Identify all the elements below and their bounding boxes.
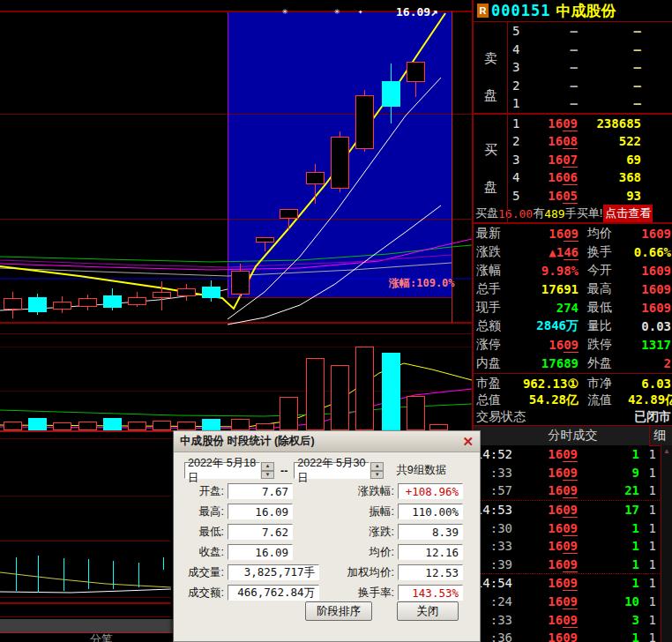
sell-row[interactable]: 2—— [474,77,672,95]
buy-label: 买 [484,142,497,159]
price-marker: 16.09↗ [396,4,438,19]
date-to-stepper[interactable]: ▲▼ [370,462,384,479]
stats-row: 最高:16.09振幅:110.00% [174,504,480,519]
quote-row: 总值54.28亿流值42.89亿 [474,392,672,408]
tab-tick-detail[interactable]: 分笔 [90,631,113,642]
range-gain-label: 涨幅:109.0% [389,276,455,291]
view-orders-link[interactable]: 点击查看 [603,205,653,222]
amount-value: 466,762.84万 [228,585,319,601]
spinner-down-icon[interactable]: ▼ [261,471,274,480]
spinner-up-icon[interactable]: ▲ [370,462,384,471]
close-button[interactable]: 关闭 [397,601,459,621]
weighted-avg-value: 12.53 [398,564,463,580]
quote-row: 内盘17689外盘2 [474,354,672,372]
stats-row: 成交额:466,762.84万换手率:143.53% [174,585,480,601]
tape-row[interactable]: :30160911 [474,519,672,537]
quote-row: 涨跌▲146换手0.66% [474,243,672,261]
star-marker-icon: ✳ [282,5,288,17]
sell-row[interactable]: 3—— [474,58,672,77]
tape-row[interactable]: 14:54160911 [474,573,672,593]
period-sort-button[interactable]: 阶段排序 [305,601,372,621]
spinner-up-icon[interactable]: ▲ [261,462,274,471]
tape-row[interactable]: 14:52160911 [474,445,672,464]
high-value: 16.09 [228,504,293,519]
buy-label: 盘 [484,179,497,196]
buy-row[interactable]: 21608522 [474,132,672,151]
quote-row: 现手274最低1609 [474,298,672,317]
divider [474,373,672,374]
quote-row: 最新1609均价1609 [474,224,672,243]
quote-row: 总手17691最高1609 [474,280,672,298]
change-pct-value: +108.96% [398,483,463,499]
dialog-buttons: 阶段排序 关闭 [305,601,459,621]
quote-row: 市盈962.13①市净6.03 [474,375,672,392]
tape-row[interactable]: :33160991 [474,464,672,482]
quote-row: 涨停1609跌停1317 [474,335,672,354]
sell-row[interactable]: 5—— [474,22,672,41]
change-value: 8.39 [398,524,463,540]
buy-row[interactable]: 41606368 [474,168,672,187]
stock-code: 000151 [491,2,550,19]
stock-name: 中成股份 [556,1,616,21]
star-marker-icon: ✳ [334,5,340,17]
turnover-value: 143.53% [398,585,463,601]
stats-row: 收盘:16.09均价:12.16 [174,544,480,560]
quote-row: 总额2846万量比0.03 [474,317,672,335]
close-value: 16.09 [228,544,293,560]
diamond-marker-icon: ✦ [358,7,362,16]
stock-header: R 000151 中成股份 [474,0,672,22]
sell-label: 卖 [484,50,497,67]
period-stats-dialog: 中成股份 时段统计 (除权后) ✕ 2022年 5月18日 ▲▼ -- 2022… [173,430,481,642]
date-from-field[interactable]: 2022年 5月18日 [184,462,260,479]
tape-row[interactable]: 14:531609171 [474,500,672,519]
stats-row: 开盘:7.67涨跌幅:+108.96% [174,483,480,499]
close-icon[interactable]: ✕ [462,434,474,450]
trade-status-row: 交易状态已闭市 [474,408,672,425]
buy-row[interactable]: 3160769 [474,151,672,169]
date-from-stepper[interactable]: ▲▼ [261,462,274,479]
stats-row: 最低:7.62涨跌:8.39 [174,524,480,540]
buy-row[interactable]: 11609238685 [474,115,672,133]
tape-row[interactable]: :33160931 [474,610,672,629]
open-value: 7.67 [228,483,293,499]
low-value: 7.62 [228,524,293,540]
order-book: 卖 盘 买 盘 5—— 4—— 3—— 2—— 1—— 11609238685 … [474,22,672,224]
sell-label: 盘 [484,87,497,104]
amplitude-value: 110.00% [398,504,463,519]
tape-list: 14:52160911 :33160991 :571609211 14:5316… [474,445,672,642]
tape-row[interactable]: :39160911 [474,556,672,574]
sell-row[interactable]: 4—— [474,41,672,59]
tape-row[interactable]: :33160911 [474,537,672,556]
date-range-row: 2022年 5月18日 ▲▼ -- 2022年 5月30日 ▲▼ 共9组数据 [184,462,446,479]
spinner-down-icon[interactable]: ▼ [370,471,384,480]
tape-title: 分时成交 [549,428,598,444]
price-marker-value: 16.09 [396,5,430,19]
quote-row: 涨幅9.98%今开1609 [474,261,672,280]
quote-grid: 最新1609均价1609 涨跌▲146换手0.66% 涨幅9.98%今开1609… [474,224,672,425]
tape-row[interactable]: :241609101 [474,593,672,611]
group-count-label: 共9组数据 [396,463,446,478]
tab-detail[interactable]: 细 [649,426,669,446]
tape-row[interactable]: :571609211 [474,482,672,500]
dialog-titlebar[interactable]: 中成股份 时段统计 (除权后) ✕ [174,431,480,452]
tape-row[interactable]: :36160911 [474,629,672,642]
date-separator: -- [280,465,287,477]
tape-header: 分时成交 细 [474,425,672,445]
up-right-arrow-icon: ↗ [430,4,437,19]
date-to-field[interactable]: 2022年 5月30日 [294,462,370,479]
sell-row[interactable]: 1—— [474,94,672,113]
buy-row[interactable]: 5160593 [474,187,672,205]
avg-price-value: 12.16 [398,544,463,560]
divider [474,222,672,224]
buy-alert-banner: 买盘16.00有489手买单!点击查看 [474,205,672,222]
r-badge-icon: R [477,4,489,18]
volume-value: 3,825,717手 [228,564,319,580]
dialog-title: 中成股份 时段统计 (除权后) [174,434,315,449]
quote-panel: R 000151 中成股份 卖 盘 买 盘 5—— 4—— 3—— 2—— 1—… [472,0,672,642]
scrollbar[interactable]: ▲ [661,445,672,642]
divider [507,22,508,224]
stats-row: 成交量:3,825,717手加权均价:12.53 [174,564,480,580]
scroll-up-icon[interactable]: ▲ [661,447,672,456]
